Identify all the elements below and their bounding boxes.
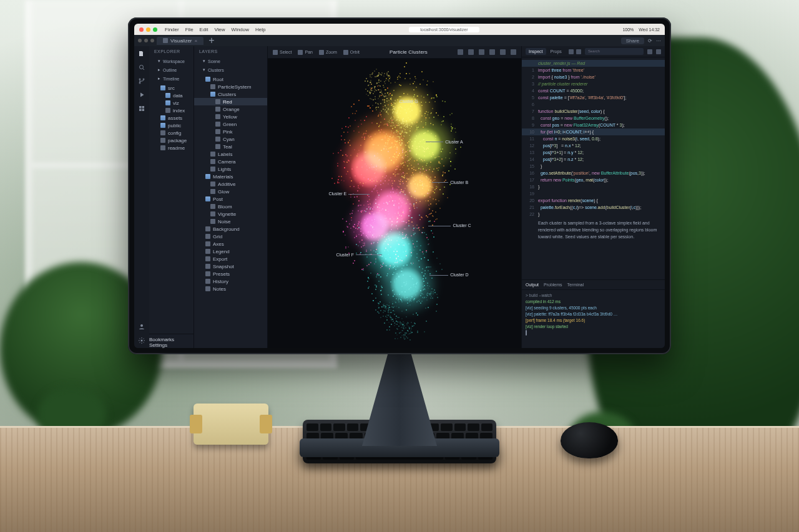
code-line[interactable]: 10 for (let i=0; i<COUNT; i++) { bbox=[522, 128, 665, 135]
inspector-tab-inspect[interactable]: Inspect bbox=[526, 48, 546, 55]
code-line[interactable]: 15 } bbox=[522, 163, 665, 170]
grid-icon[interactable] bbox=[458, 49, 463, 55]
camera-icon[interactable] bbox=[479, 49, 484, 55]
inspector-search[interactable]: Search bbox=[585, 48, 644, 55]
tree-item[interactable]: Orange bbox=[194, 105, 267, 113]
code-line[interactable]: 4const COUNT = 45000; bbox=[522, 87, 665, 94]
code-line[interactable]: 5const palette = ['#ff7a2a', '#ff3b4a', … bbox=[522, 94, 665, 101]
tree-item[interactable]: Additive bbox=[194, 180, 267, 188]
viewport[interactable]: Cluster ACluster BCluster CCluster DClus… bbox=[268, 59, 521, 348]
zoom-tool[interactable]: Zoom bbox=[319, 50, 337, 55]
tree-item[interactable]: Presets bbox=[194, 270, 267, 278]
window-controls[interactable] bbox=[139, 27, 157, 32]
tree-item[interactable]: config bbox=[149, 129, 194, 137]
tree-item[interactable]: Post bbox=[194, 195, 267, 203]
code-line[interactable]: 21 palette.forEach((c,i)=> scene.add(bui… bbox=[522, 204, 665, 211]
explorer-section[interactable]: ▸Timeline bbox=[149, 74, 194, 83]
tree-item[interactable]: Snapshot bbox=[194, 263, 267, 270]
tree-item[interactable]: Bloom bbox=[194, 203, 267, 210]
explorer-tree[interactable]: srcdatavizindexassetspublicconfigpackage… bbox=[149, 83, 194, 334]
code-line[interactable]: 17 return new Points(geo, mat(color)); bbox=[522, 177, 665, 183]
expand-icon[interactable] bbox=[511, 49, 516, 55]
code-editor[interactable]: cluster_render.js — Red1import three fro… bbox=[522, 57, 665, 279]
code-line[interactable]: 13 pos[i*3+1] = n.y * 12; bbox=[522, 149, 665, 156]
tree-item[interactable]: Glow bbox=[194, 188, 267, 195]
console-tab-terminal[interactable]: Terminal bbox=[567, 283, 584, 287]
minimize-icon[interactable] bbox=[146, 27, 150, 32]
tree-item[interactable]: public bbox=[149, 122, 194, 129]
explorer-section[interactable]: ▾Workspace bbox=[149, 57, 194, 65]
console-tab-problems[interactable]: Problems bbox=[544, 283, 562, 287]
code-line[interactable]: 8 const geo = new BufferGeometry(); bbox=[522, 115, 665, 122]
more-icon[interactable] bbox=[656, 49, 661, 54]
reload-icon[interactable]: ⟳ bbox=[648, 38, 652, 44]
tree-item[interactable]: Grid bbox=[194, 233, 267, 240]
search-icon[interactable] bbox=[138, 64, 145, 71]
code-line[interactable]: 18} bbox=[522, 183, 665, 190]
code-line[interactable]: 6 bbox=[522, 101, 665, 108]
os-menu-finder[interactable]: Finder bbox=[165, 27, 179, 32]
os-menu-window[interactable]: Window bbox=[232, 27, 249, 32]
tree-item[interactable]: Labels bbox=[194, 150, 267, 158]
files-icon[interactable] bbox=[138, 50, 145, 57]
address-bar[interactable]: localhost:3000/visualizer bbox=[409, 27, 479, 32]
new-tab-button[interactable]: + bbox=[206, 35, 217, 46]
tab-visualizer[interactable]: Visualizer × bbox=[157, 37, 203, 45]
tree-item[interactable]: Yellow bbox=[194, 113, 267, 120]
tree-item[interactable]: Vignette bbox=[194, 210, 267, 218]
tree-item[interactable]: Camera bbox=[194, 158, 267, 165]
debug-icon[interactable] bbox=[138, 91, 145, 99]
code-line[interactable]: 20export function render(scene) { bbox=[522, 197, 665, 204]
os-menu-help[interactable]: Help bbox=[255, 27, 265, 32]
play-icon[interactable] bbox=[489, 49, 495, 55]
os-menu-file[interactable]: File bbox=[185, 27, 194, 32]
more-icon[interactable] bbox=[576, 49, 581, 54]
tree-item[interactable]: Root bbox=[194, 75, 267, 83]
tree-item[interactable]: Teal bbox=[194, 143, 267, 150]
branch-icon[interactable] bbox=[138, 77, 145, 85]
tree-item[interactable]: Green bbox=[194, 120, 267, 128]
tree-item[interactable]: data bbox=[149, 92, 194, 99]
layers-tree[interactable]: RootParticleSystemClustersRedOrangeYello… bbox=[194, 74, 267, 348]
code-line[interactable]: 11 const n = noise3(i, seed, 0.8); bbox=[522, 135, 665, 142]
tree-item[interactable]: ParticleSystem bbox=[194, 83, 267, 90]
tree-item[interactable]: Clusters bbox=[194, 90, 267, 98]
tree-item[interactable]: Axes bbox=[194, 240, 267, 248]
console-tab-output[interactable]: Output bbox=[526, 283, 539, 287]
cursor-tool[interactable]: Select bbox=[273, 50, 292, 55]
settings-icon[interactable] bbox=[500, 49, 506, 55]
more-icon[interactable]: ⋯ bbox=[656, 38, 661, 44]
code-line[interactable]: 7function buildCluster(seed, color) { bbox=[522, 108, 665, 115]
close-icon[interactable] bbox=[139, 27, 144, 32]
tree-item[interactable]: Notes bbox=[194, 285, 267, 293]
layers-icon[interactable] bbox=[468, 49, 474, 55]
tree-item[interactable]: Bookmarks bbox=[149, 337, 194, 342]
tree-item[interactable]: readme bbox=[149, 144, 194, 152]
code-line[interactable]: 2import { noise3 } from './noise' bbox=[522, 74, 665, 80]
fullscreen-icon[interactable] bbox=[153, 27, 157, 32]
tree-item[interactable]: Noise bbox=[194, 218, 267, 225]
code-line[interactable]: 3// particle cluster renderer bbox=[522, 80, 665, 87]
layers-section[interactable]: ▾Clusters bbox=[194, 65, 267, 74]
tree-item[interactable]: Legend bbox=[194, 248, 267, 255]
tree-item[interactable]: assets bbox=[149, 114, 194, 122]
tree-item[interactable]: Pink bbox=[194, 128, 267, 135]
code-line[interactable]: 9 const pos = new Float32Array(COUNT * 3… bbox=[522, 122, 665, 128]
extensions-icon[interactable] bbox=[138, 105, 145, 112]
code-line[interactable]: 22} bbox=[522, 211, 665, 218]
os-menu-view[interactable]: View bbox=[214, 27, 225, 32]
os-menu-edit[interactable]: Edit bbox=[200, 27, 208, 32]
tree-item[interactable]: index bbox=[149, 107, 194, 114]
hand-tool[interactable]: Pan bbox=[298, 50, 312, 55]
tree-item[interactable]: viz bbox=[149, 99, 194, 107]
code-line[interactable]: 16 geo.setAttribute('position', new Buff… bbox=[522, 170, 665, 177]
split-icon[interactable] bbox=[647, 49, 652, 54]
console-output[interactable]: > build --watchcompiled in 412 ms[viz] s… bbox=[522, 290, 665, 348]
code-line[interactable]: 19 bbox=[522, 190, 665, 197]
tree-item[interactable]: Lights bbox=[194, 165, 267, 173]
orbit-tool[interactable]: Orbit bbox=[343, 50, 360, 55]
account-icon[interactable] bbox=[138, 323, 145, 331]
layers-section[interactable]: ▾Scene bbox=[194, 57, 267, 65]
code-line[interactable]: 1import three from 'three' bbox=[522, 67, 665, 74]
tree-item[interactable]: History bbox=[194, 278, 267, 285]
